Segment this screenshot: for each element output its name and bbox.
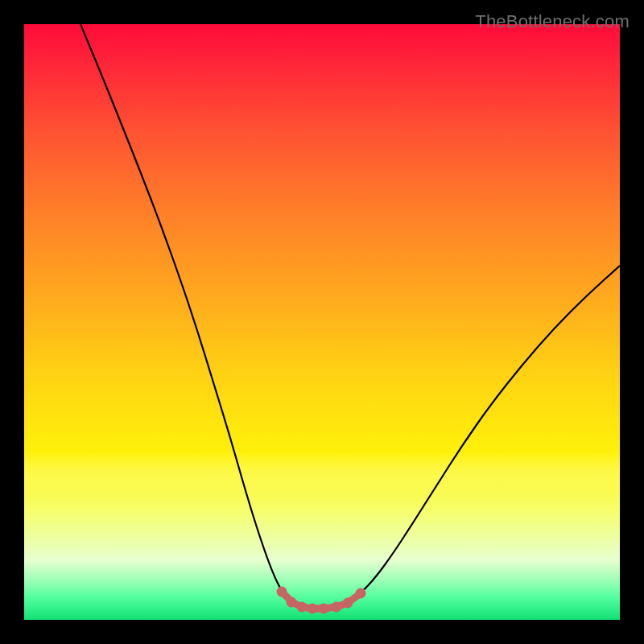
highlight-dot <box>287 597 297 608</box>
highlight-dot <box>356 588 366 599</box>
watermark-text: TheBottleneck.com <box>475 11 630 32</box>
plot-area <box>24 24 620 620</box>
outer-black-frame <box>10 10 634 634</box>
highlight-dot <box>308 604 318 614</box>
highlight-dot <box>343 598 353 609</box>
highlight-dot <box>277 587 287 597</box>
highlight-dot <box>332 602 342 613</box>
curve-svg <box>24 24 620 620</box>
highlight-dot <box>297 602 308 613</box>
highlight-dot <box>319 604 329 614</box>
bottleneck-curve-line <box>80 24 620 609</box>
